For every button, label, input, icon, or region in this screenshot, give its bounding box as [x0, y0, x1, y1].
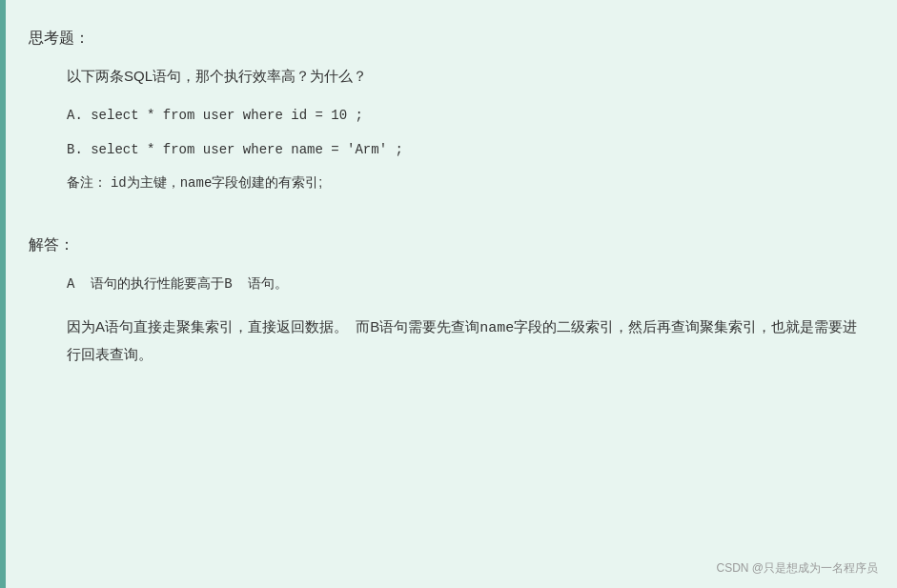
- note-name-keyword: name: [180, 175, 213, 191]
- answer-summary: A 语句的执行性能要高于B 语句。: [67, 273, 868, 296]
- answer-title: 解答：: [29, 235, 868, 255]
- note-text: id为主键，name字段创建的有索引;: [111, 174, 322, 190]
- section-divider: [29, 215, 868, 216]
- name-keyword-explanation: name: [479, 320, 514, 336]
- code-block-b: B. select * from user where name = 'Arm'…: [67, 139, 868, 160]
- question-section: 思考题： 以下两条SQL语句，那个执行效率高？为什么？ A. select * …: [29, 29, 868, 192]
- answer-explanation: 因为A语句直接走聚集索引，直接返回数据。 而B语句需要先查询name字段的二级索…: [67, 314, 868, 367]
- note-block: 备注： id为主键，name字段创建的有索引;: [67, 174, 868, 192]
- answer-block: A 语句的执行性能要高于B 语句。 因为A语句直接走聚集索引，直接返回数据。 而…: [67, 273, 868, 367]
- answer-summary-text: A 语句的执行性能要高于B 语句。: [67, 276, 288, 292]
- question-block: 以下两条SQL语句，那个执行效率高？为什么？ A. select * from …: [67, 68, 868, 192]
- watermark: CSDN @只是想成为一名程序员: [716, 560, 878, 577]
- question-intro: 以下两条SQL语句，那个执行效率高？为什么？: [67, 68, 868, 86]
- note-label: 备注：: [67, 174, 107, 190]
- code-line-b: B. select * from user where name = 'Arm'…: [67, 139, 868, 160]
- page-container: 思考题： 以下两条SQL语句，那个执行效率高？为什么？ A. select * …: [0, 0, 897, 588]
- question-title: 思考题：: [29, 29, 868, 49]
- left-border-decoration: [0, 0, 6, 588]
- note-id-keyword: id: [111, 175, 127, 191]
- code-line-a: A. select * from user where id = 10 ;: [67, 105, 868, 126]
- code-block-a: A. select * from user where id = 10 ;: [67, 105, 868, 126]
- answer-section: 解答： A 语句的执行性能要高于B 语句。 因为A语句直接走聚集索引，直接返回数…: [29, 235, 868, 367]
